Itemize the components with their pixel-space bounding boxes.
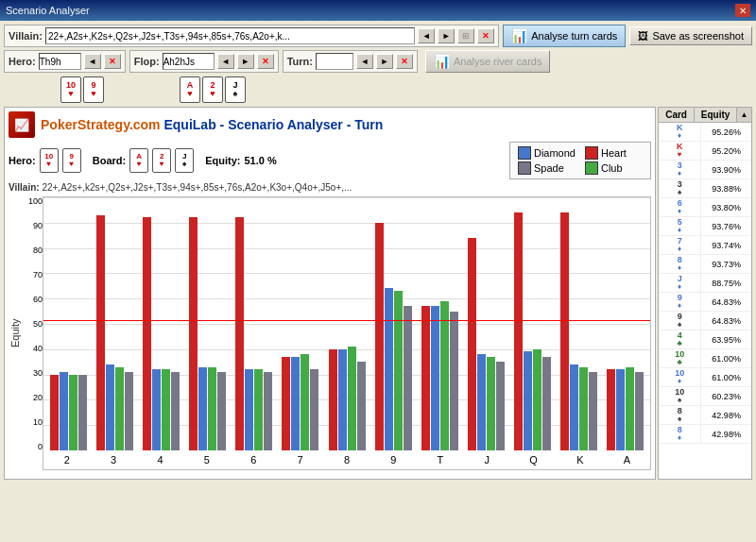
panel-equity-value: 51.0 %	[244, 155, 276, 166]
bar	[50, 375, 59, 450]
hero-input[interactable]	[39, 53, 81, 70]
hero-nav-left[interactable]: ◄	[84, 54, 101, 69]
chart-disabled-icon: 📊	[434, 54, 450, 69]
sidebar-card-cell: 8♠	[659, 406, 701, 424]
bar	[357, 362, 366, 450]
panel-hero-label: Hero:	[9, 155, 36, 166]
bar	[264, 372, 272, 450]
sidebar-equity-cell: 61.00%	[701, 352, 751, 365]
legend: Diamond Heart Spade Club	[509, 142, 651, 179]
sidebar-row: 9♦64.83%	[659, 293, 751, 312]
bar	[440, 301, 449, 450]
sidebar-row: 6♦93.80%	[659, 198, 751, 217]
hero-card-2: 9 ♥	[83, 76, 104, 103]
bar-group	[556, 197, 602, 450]
bar-group	[417, 197, 463, 450]
sidebar-row: 3♠93.88%	[659, 179, 751, 198]
sidebar-row: 4♣63.95%	[659, 330, 751, 349]
bar	[431, 306, 439, 450]
bar	[404, 306, 412, 450]
villain-clear[interactable]: ✕	[477, 28, 494, 43]
bar	[78, 375, 87, 450]
bar	[217, 372, 226, 450]
bar	[245, 369, 253, 450]
x-label: 6	[231, 454, 277, 466]
sidebar-equity-cell: 63.95%	[701, 333, 751, 347]
bar-group	[370, 197, 417, 450]
villain-range-display: Villain: 22+,A2s+,k2s+,Q2s+,J2s+,T3s+,94…	[9, 182, 651, 193]
bar	[375, 223, 384, 450]
sidebar-equity-cell: 93.80%	[701, 201, 751, 214]
sidebar-card-cell: 4♣	[659, 330, 701, 348]
bar	[208, 367, 216, 450]
sidebar-equity-cell: 95.26%	[701, 126, 751, 139]
turn-input[interactable]	[316, 53, 353, 70]
flop-nav-left[interactable]: ◄	[217, 54, 234, 69]
bar	[616, 369, 625, 450]
sidebar-card-cell: 3♠	[659, 179, 701, 197]
villain-nav-right[interactable]: ►	[438, 28, 455, 43]
panel-hero-card1: 10♥	[40, 148, 59, 173]
bar	[514, 212, 523, 450]
analyse-turn-button[interactable]: 📊 Analyse turn cards	[503, 25, 626, 47]
x-label: T	[417, 454, 463, 466]
bar	[60, 372, 68, 450]
bar	[69, 375, 77, 450]
sidebar-card-cell: 10♦	[659, 368, 701, 386]
sidebar-equity-cell: 61.00%	[701, 371, 751, 384]
panel-hero-card2: 9♥	[62, 148, 81, 173]
x-label: 7	[277, 454, 323, 466]
villain-input[interactable]	[45, 27, 415, 44]
sidebar-equity-cell: 93.74%	[701, 239, 751, 252]
flop-card-3: J♠	[225, 76, 246, 103]
turn-clear[interactable]: ✕	[396, 54, 413, 69]
turn-nav-right[interactable]: ►	[376, 54, 393, 69]
y-axis: 0 10 20 30 40 50 60 70 80 90 100	[22, 196, 43, 470]
hero-cards: 10 ♥ 9 ♥	[60, 76, 104, 103]
bar	[301, 354, 309, 450]
sidebar-card-cell: J♦	[659, 274, 701, 292]
sidebar-equity-cell: 60.23%	[701, 390, 751, 403]
flop-input[interactable]	[163, 53, 215, 70]
sidebar-equity-cell: 93.76%	[701, 220, 751, 233]
sidebar-equity-cell: 88.75%	[701, 277, 751, 290]
analyse-river-button[interactable]: 📊 Analyse river cards	[425, 50, 551, 73]
bar	[254, 369, 263, 450]
sidebar-equity-cell: 64.83%	[701, 296, 751, 309]
sidebar-row: 5♦93.76%	[659, 217, 751, 236]
bar	[115, 367, 124, 450]
x-label: J	[464, 454, 510, 466]
flop-nav-right[interactable]: ►	[237, 54, 254, 69]
sidebar-equity-cell: 42.98%	[701, 409, 751, 422]
hero-clear[interactable]: ✕	[104, 54, 121, 69]
bar-group	[231, 197, 277, 450]
flop-clear[interactable]: ✕	[257, 54, 274, 69]
panel-equity-label: Equity:	[205, 155, 240, 166]
sidebar-row: 10♦61.00%	[659, 368, 751, 387]
sidebar-row: J♦88.75%	[659, 274, 751, 293]
bar	[589, 372, 597, 450]
turn-label: Turn:	[287, 56, 313, 67]
bar-group	[509, 197, 556, 450]
sidebar-equity-cell: 93.73%	[701, 258, 751, 271]
x-label: 9	[370, 454, 417, 466]
villain-nav-left[interactable]: ◄	[418, 28, 435, 43]
sidebar-row: K♥95.20%	[659, 142, 751, 161]
bar	[542, 357, 551, 450]
bar	[579, 367, 588, 450]
save-screenshot-button[interactable]: 🖼 Save as screenshot	[629, 26, 752, 45]
scroll-up[interactable]: ▲	[736, 108, 751, 122]
sidebar-row: 8♠42.98%	[659, 406, 751, 425]
sidebar-card-cell: 10♣	[659, 349, 701, 367]
x-label: 8	[323, 454, 369, 466]
title-bar: Scenario Analyser ✕	[0, 0, 756, 21]
bar	[106, 364, 114, 450]
y-axis-label: Equity	[9, 196, 22, 470]
turn-nav-left[interactable]: ◄	[356, 54, 373, 69]
flop-cards: A♥ 2♥ J♠	[180, 76, 246, 103]
window-title: Scenario Analyser	[6, 5, 90, 16]
close-button[interactable]: ✕	[735, 4, 750, 17]
villain-btn1[interactable]: ⊞	[457, 28, 474, 43]
bar	[171, 372, 180, 450]
bar	[162, 369, 170, 450]
